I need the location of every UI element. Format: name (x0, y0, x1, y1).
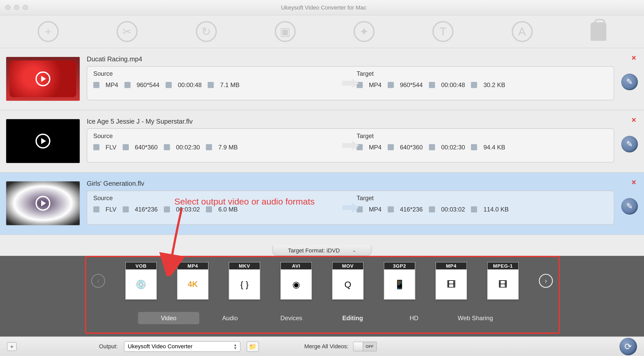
toggle-state-label: OFF (366, 344, 374, 349)
play-icon[interactable] (36, 134, 50, 149)
duration-icon (429, 82, 435, 88)
effects-button[interactable]: ✦ (354, 21, 375, 42)
format-sub-icon: 🎞 (498, 269, 507, 299)
format-option-mpeg-1[interactable]: MPEG-1 🎞 (487, 262, 519, 300)
video-filename: Ducati Racing.mp4 (87, 55, 614, 63)
format-option-mov[interactable]: MOV Q (332, 262, 363, 300)
format-option-vob[interactable]: VOB 💿 (125, 262, 157, 300)
format-sub-icon: ◉ (292, 269, 300, 299)
resolution-icon (388, 82, 394, 88)
duration-icon (164, 144, 170, 150)
format-sub-icon: Q (344, 269, 351, 299)
format-tab-devices[interactable]: Devices (261, 312, 322, 324)
titlebar: Ukeysoft Video Converter for Mac (0, 0, 644, 15)
video-thumbnail[interactable] (6, 57, 80, 101)
store-icon[interactable] (590, 22, 606, 41)
video-row[interactable]: Girls' Generation.flv Source FLV 416*236… (0, 173, 644, 235)
format-option-mp4[interactable]: MP4 4K (177, 262, 208, 300)
format-sub-icon: { } (240, 269, 249, 299)
merge-label: Merge All Videos: (304, 343, 349, 350)
edit-video-button[interactable] (621, 198, 638, 215)
app-title: Ukeysoft Video Converter for Mac (28, 4, 644, 11)
format-option-avi[interactable]: AVI ◉ (280, 262, 312, 300)
target-stats: MP4 960*544 00:00:48 30.2 KB (357, 81, 607, 88)
text-button[interactable]: T (433, 21, 454, 42)
duration-icon (164, 206, 170, 213)
target-heading: Target (357, 132, 607, 139)
edit-video-button[interactable] (621, 74, 638, 90)
video-info-box: Source MP4 960*544 00:00:48 7.1 MB Targe… (87, 66, 614, 100)
format-tab-video[interactable]: Video (138, 312, 199, 324)
format-code-label: MKV (229, 262, 260, 269)
toggle-knob (353, 342, 363, 351)
target-format-label: Target Format: iDVD (288, 247, 340, 254)
output-path-select[interactable]: Ukeysoft Video Converter ▴▾ (124, 341, 240, 352)
auto-button[interactable]: A (512, 21, 533, 42)
size-icon (206, 206, 212, 213)
source-stats: MP4 960*544 00:00:48 7.1 MB (93, 81, 344, 88)
format-next-button[interactable]: › (539, 274, 553, 288)
format-prev-button[interactable]: ‹ (91, 274, 105, 288)
video-info-box: Source FLV 416*236 00:03:02 6.0 MB Targe… (87, 191, 614, 225)
remove-video-button[interactable]: × (632, 178, 636, 187)
size-icon (471, 206, 477, 213)
format-sub-icon: 🎞 (447, 269, 456, 299)
chevron-down-icon: ⌄ (352, 248, 356, 253)
target-stats: MP4 640*360 00:02:30 94.4 KB (357, 144, 607, 151)
format-tab-hd[interactable]: HD (383, 312, 445, 324)
play-icon[interactable] (36, 71, 50, 86)
rotate-button[interactable]: ↻ (196, 21, 217, 42)
format-tab-audio[interactable]: Audio (199, 312, 261, 324)
cut-button[interactable]: ✂ (117, 21, 138, 42)
format-tab-web-sharing[interactable]: Web Sharing (445, 312, 506, 324)
format-tab-editing[interactable]: Editing (322, 312, 383, 324)
video-filename: Girls' Generation.flv (87, 180, 614, 187)
source-stats: FLV 416*236 00:03:02 6.0 MB (93, 206, 344, 213)
video-row[interactable]: Ice Age 5 Jessie J - My Superstar.flv So… (0, 111, 644, 173)
target-heading: Target (357, 70, 607, 77)
format-icon (93, 82, 99, 88)
merge-all-toggle[interactable]: OFF (353, 342, 377, 351)
close-window-icon[interactable] (5, 5, 10, 10)
video-filename: Ice Age 5 Jessie J - My Superstar.flv (87, 117, 614, 125)
video-row[interactable]: Ducati Racing.mp4 Source MP4 960*544 00:… (0, 48, 644, 110)
bottom-bar: + Output: Ukeysoft Video Converter ▴▾ 📁 … (0, 336, 644, 356)
size-icon (471, 144, 477, 150)
crop-button[interactable]: ▣ (275, 21, 296, 42)
convert-button[interactable]: ⟳ (620, 337, 637, 355)
minimize-window-icon[interactable] (14, 5, 19, 10)
output-path-value: Ukeysoft Video Converter (128, 343, 193, 350)
target-format-toggle[interactable]: Target Format: iDVD ⌄ (273, 245, 371, 256)
format-option-3gp2[interactable]: 3GP2 📱 (384, 262, 415, 300)
remove-video-button[interactable]: × (632, 116, 636, 125)
zoom-window-icon[interactable] (23, 5, 28, 10)
open-output-folder-button[interactable]: 📁 (247, 341, 259, 352)
size-icon (208, 82, 214, 88)
play-icon[interactable] (36, 196, 50, 211)
format-code-label: 3GP2 (384, 262, 415, 269)
format-option-mkv[interactable]: MKV { } (229, 262, 260, 300)
format-code-label: MPEG-1 (488, 262, 518, 269)
format-code-label: MP4 (177, 262, 208, 269)
format-icon (93, 206, 99, 213)
video-thumbnail[interactable] (6, 181, 80, 225)
source-heading: Source (93, 70, 344, 77)
format-sub-icon: 4K (188, 269, 198, 299)
source-heading: Source (93, 132, 344, 139)
format-category-tabs: VideoAudioDevicesEditingHDWeb Sharing (0, 312, 644, 324)
duration-icon (166, 82, 172, 88)
format-code-label: MP4 (436, 262, 467, 269)
format-sub-icon: 📱 (394, 269, 405, 299)
video-info-box: Source FLV 640*360 00:02:30 7.9 MB Targe… (87, 128, 614, 163)
target-heading: Target (357, 194, 607, 201)
select-stepper-icon: ▴▾ (234, 343, 236, 350)
video-thumbnail[interactable] (6, 119, 80, 163)
resolution-icon (123, 144, 129, 150)
format-option-mp4[interactable]: MP4 🎞 (435, 262, 467, 300)
window-controls[interactable] (0, 5, 28, 10)
format-carousel: ‹ VOB 💿MP4 4KMKV { }AVI ◉MOV Q3GP2 📱MP4 … (0, 262, 644, 300)
edit-video-button[interactable] (621, 136, 638, 152)
add-button[interactable]: + (38, 21, 59, 42)
remove-video-button[interactable]: × (632, 53, 636, 63)
add-output-button[interactable]: + (7, 342, 16, 351)
